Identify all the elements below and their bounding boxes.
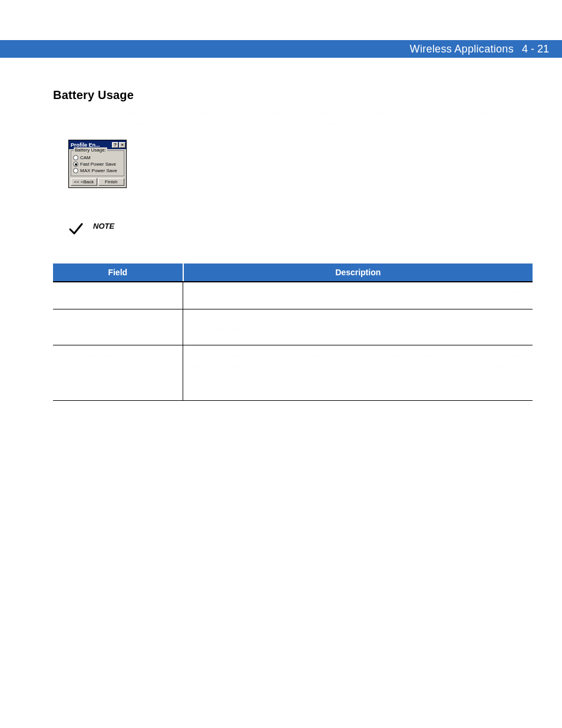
help-icon[interactable]: ? xyxy=(112,142,118,148)
radio-label: MAX Power Save xyxy=(80,168,117,173)
description-cell: Fast Power Save (the default) performs i… xyxy=(183,309,533,345)
note-body: Power consumption is also related to the… xyxy=(120,222,323,230)
battery-usage-table: Field Description CAMContinuous Aware Mo… xyxy=(53,263,533,400)
field-cell: CAM xyxy=(53,282,183,309)
section-heading: Battery Usage xyxy=(53,88,533,102)
close-icon[interactable]: × xyxy=(119,142,125,148)
field-cell: Fast Power Save xyxy=(53,309,183,345)
table-caption: Table 4-16 Battery Usage Options xyxy=(53,254,533,261)
table-row: CAMContinuous Aware Mode (CAM) provides … xyxy=(53,282,533,309)
profile-entry-dialog: Profile En... ? × Battery Usage: CAM Fas… xyxy=(68,140,127,188)
radio-icon xyxy=(73,155,78,160)
description-cell: MAX Power Save yields the longest batter… xyxy=(183,345,533,400)
back-button[interactable]: << <Back xyxy=(71,178,97,186)
radio-icon xyxy=(73,162,78,167)
table-header-description: Description xyxy=(183,263,533,282)
radio-max-power-save[interactable]: MAX Power Save xyxy=(73,167,122,174)
section-intro-text: Use the Battery Usage dialog box to sele… xyxy=(53,108,533,129)
battery-usage-group: Battery Usage: CAM Fast Power Save MAX P… xyxy=(71,150,124,176)
radio-icon xyxy=(73,168,78,173)
radio-label: Fast Power Save xyxy=(80,162,116,167)
page-body: Battery Usage Use the Battery Usage dial… xyxy=(53,88,533,401)
page-header: Wireless Applications 4 - 21 xyxy=(0,40,562,58)
description-cell: Continuous Aware Mode (CAM) provides the… xyxy=(183,282,533,309)
chapter-title: Wireless Applications xyxy=(410,43,514,55)
table-row: MAX Power SaveMAX Power Save yields the … xyxy=(53,345,533,400)
table-header-row: Field Description xyxy=(53,263,533,282)
note-label: NOTE xyxy=(93,222,114,230)
table-header-field: Field xyxy=(53,263,183,282)
dialog-figure: Profile En... ? × Battery Usage: CAM Fas… xyxy=(68,140,127,188)
group-legend: Battery Usage: xyxy=(74,147,107,153)
table-row: Fast Power SaveFast Power Save (the defa… xyxy=(53,309,533,345)
figure-caption: Figure 4-20 Battery Usage Dialog Box xyxy=(68,193,533,200)
dialog-title-text: Profile En... xyxy=(71,142,100,148)
field-cell: MAX Power Save xyxy=(53,345,183,400)
radio-fast-power-save[interactable]: Fast Power Save xyxy=(73,161,122,167)
radio-label: CAM xyxy=(80,155,91,160)
radio-cam[interactable]: CAM xyxy=(73,154,122,161)
finish-button[interactable]: Finish xyxy=(98,178,125,186)
page-number: 4 - 21 xyxy=(522,43,549,55)
check-icon xyxy=(68,221,84,236)
note-callout: NOTE Power consumption is also related t… xyxy=(68,221,533,236)
